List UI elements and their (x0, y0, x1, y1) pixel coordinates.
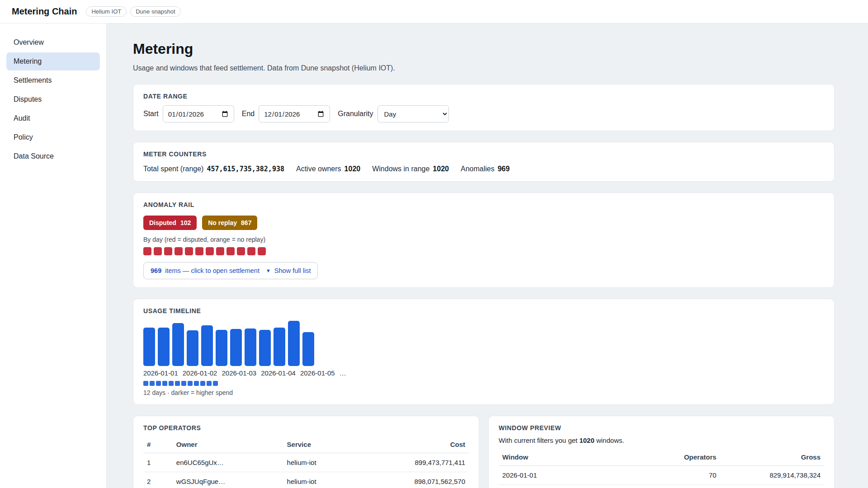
top-operators-title: TOP OPERATORS (143, 424, 469, 432)
anomaly-items-count: 969 (151, 267, 161, 274)
anomaly-day-square (143, 247, 151, 255)
usage-bar (259, 330, 271, 366)
usage-bar (143, 328, 155, 366)
app-title: Metering Chain (12, 6, 77, 17)
anomaly-day-square (195, 247, 203, 255)
anomaly-day-square (164, 247, 172, 255)
usage-tick-label: 2026-01-04 (261, 369, 296, 377)
usage-tick-label: 2026-01-01 (143, 369, 178, 377)
usage-ticks: 2026-01-012026-01-022026-01-032026-01-04… (143, 369, 824, 377)
col-window: Window (499, 449, 629, 466)
counter-label: Active owners (296, 165, 341, 173)
page-title: Metering (133, 40, 835, 58)
window-preview-table: Window Operators Gross 2026-01-0170829,9… (499, 449, 824, 485)
bottom-row: TOP OPERATORS # Owner Service Cost 1en6U… (133, 416, 835, 488)
card-top-operators: TOP OPERATORS # Owner Service Cost 1en6U… (133, 416, 479, 488)
counter-label: Windows in range (372, 165, 429, 173)
usage-heat-cell (181, 381, 186, 386)
card-usage-timeline: USAGE TIMELINE 2026-01-012026-01-022026-… (133, 299, 835, 405)
top-operators-body: 1en6UC65gUx…helium-iot899,473,771,4112wG… (143, 453, 469, 488)
sidebar-item-policy[interactable]: Policy (6, 128, 100, 146)
window-preview-title: WINDOW PREVIEW (499, 424, 824, 432)
badge-dune-snapshot: Dune snapshot (130, 6, 180, 17)
usage-bar (216, 330, 227, 366)
anomaly-day-square (216, 247, 224, 255)
sidebar: OverviewMeteringSettlementsDisputesAudit… (0, 23, 107, 488)
table-cell: 898,071,562,570 (387, 472, 469, 488)
start-date-group: Start (143, 105, 234, 122)
window-preview-summary: With current filters you get 1020 window… (499, 436, 824, 444)
sidebar-item-metering[interactable]: Metering (6, 52, 100, 70)
anomaly-day-square (226, 247, 235, 255)
col-cost: Cost (387, 436, 469, 453)
table-cell: helium-iot (283, 472, 387, 488)
table-header-row: # Owner Service Cost (143, 436, 469, 453)
start-date-input[interactable] (163, 105, 234, 122)
card-anomaly-rail: ANOMALY RAIL Disputed 102 No replay 867 … (133, 192, 835, 288)
anomaly-rail-title: ANOMALY RAIL (143, 201, 824, 208)
usage-bar (288, 321, 300, 366)
usage-tick-label: 2026-01-02 (183, 369, 217, 377)
anomaly-day-square (258, 247, 266, 255)
counter-value: 1020 (344, 165, 361, 173)
usage-heat-cell (156, 381, 161, 386)
table-cell: 2 (143, 472, 173, 488)
counter-label: Total spent (range) (143, 165, 203, 173)
end-date-input[interactable] (259, 105, 330, 122)
card-meter-counters: METER COUNTERS Total spent (range)457,61… (133, 142, 835, 182)
table-row: 1en6UC65gUx…helium-iot899,473,771,411 (143, 453, 469, 472)
anomaly-day-square (175, 247, 183, 255)
usage-heat-strip (143, 381, 824, 386)
anomaly-day-square (185, 247, 193, 255)
usage-tick-label: 2026-01-05 (300, 369, 335, 377)
usage-bar (302, 332, 314, 366)
usage-bar (172, 323, 184, 366)
usage-heat-cell (169, 381, 174, 386)
usage-heat-cell (162, 381, 167, 386)
disputed-badge-count: 102 (180, 219, 191, 226)
meter-counter: Anomalies969 (461, 165, 509, 173)
sidebar-item-overview[interactable]: Overview (6, 33, 100, 52)
show-full-list-label: Show full list (274, 267, 311, 274)
col-gross: Gross (720, 449, 824, 466)
end-date-label: End (242, 110, 255, 118)
counter-label: Anomalies (461, 165, 495, 173)
usage-heat-cell (213, 381, 218, 386)
usage-heat-cell (143, 381, 148, 386)
sidebar-item-disputes[interactable]: Disputes (6, 90, 100, 108)
usage-bars (143, 321, 824, 366)
sidebar-item-audit[interactable]: Audit (6, 109, 100, 127)
granularity-select[interactable]: Day (377, 105, 449, 122)
page-subtitle: Usage and windows that feed settlement. … (133, 63, 835, 73)
summary-suffix: windows. (596, 436, 624, 444)
table-row: 2wGSJUqFgue…helium-iot898,071,562,570 (143, 472, 469, 488)
usage-bar (274, 328, 285, 366)
sidebar-item-settlements[interactable]: Settlements (6, 71, 100, 89)
table-header-row: Window Operators Gross (499, 449, 824, 466)
usage-tick-label: … (340, 369, 346, 377)
card-window-preview: WINDOW PREVIEW With current filters you … (488, 416, 835, 488)
open-settlement-button[interactable]: 969 items — click to open settlement ▼ S… (143, 262, 318, 279)
start-date-label: Start (143, 110, 159, 118)
anomaly-badges: Disputed 102 No replay 867 (143, 216, 824, 230)
table-cell: 1 (143, 453, 173, 472)
col-owner: Owner (173, 436, 283, 453)
meter-counter: Windows in range1020 (372, 165, 449, 173)
col-service: Service (283, 436, 387, 453)
usage-heat-cell (175, 381, 180, 386)
app-header: Metering Chain Helium IOT Dune snapshot (0, 0, 868, 23)
usage-heat-cell (150, 381, 155, 386)
usage-bar (158, 328, 170, 366)
date-range-title: DATE RANGE (143, 93, 824, 100)
top-operators-table: # Owner Service Cost 1en6UC65gUx…helium-… (143, 436, 469, 488)
counter-value: 969 (498, 165, 510, 173)
disputed-badge: Disputed 102 (143, 216, 197, 230)
card-date-range: DATE RANGE Start End Granularity Day (133, 84, 835, 131)
usage-bar (201, 325, 213, 366)
meter-counter: Total spent (range)457,615,735,382,938 (143, 165, 284, 173)
no-replay-badge-count: 867 (241, 219, 251, 226)
anomaly-day-strip (143, 247, 824, 255)
header-badges: Helium IOT Dune snapshot (86, 6, 180, 17)
sidebar-item-data-source[interactable]: Data Source (6, 147, 100, 165)
anomaly-legend: By day (red = disputed, orange = no repl… (143, 236, 824, 243)
